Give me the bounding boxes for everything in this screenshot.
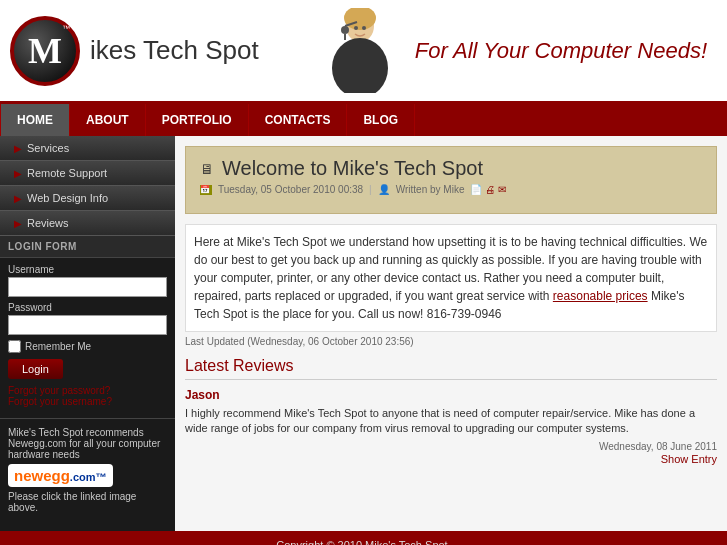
svg-point-3 bbox=[332, 38, 388, 93]
article-author: Written by Mike bbox=[396, 184, 465, 195]
sidebar-remote-label: Remote Support bbox=[27, 167, 107, 179]
site-footer: Copyright © 2010 Mike's Tech Spot. All R… bbox=[0, 531, 727, 545]
remember-me-label: Remember Me bbox=[25, 341, 91, 352]
sidebar-item-reviews[interactable]: ▶ Reviews bbox=[0, 211, 175, 236]
reviews-title: Latest Reviews bbox=[185, 357, 717, 380]
review-text: I highly recommend Mike's Tech Spot to a… bbox=[185, 406, 717, 437]
login-button[interactable]: Login bbox=[8, 359, 63, 379]
reviews-section: Latest Reviews Jason I highly recommend … bbox=[185, 357, 717, 466]
newegg-click-text: Please click the linked image above. bbox=[8, 491, 167, 513]
logo-area: M ™ ikes Tech Spot bbox=[10, 16, 259, 86]
username-input[interactable] bbox=[8, 277, 167, 297]
arrow-icon: ▶ bbox=[14, 218, 22, 229]
sidebar-item-services[interactable]: ▶ Services bbox=[0, 136, 175, 161]
navbar: HOME ABOUT PORTFOLIO CONTACTS BLOG bbox=[0, 104, 727, 136]
svg-point-7 bbox=[354, 26, 358, 30]
nav-portfolio[interactable]: PORTFOLIO bbox=[146, 104, 249, 136]
nav-home[interactable]: HOME bbox=[0, 104, 70, 136]
footer-copyright: Copyright © 2010 Mike's Tech Spot. bbox=[8, 539, 719, 545]
sidebar-services-label: Services bbox=[27, 142, 69, 154]
sidebar-item-web-design[interactable]: ▶ Web Design Info bbox=[0, 186, 175, 211]
sidebar-reviews-label: Reviews bbox=[27, 217, 69, 229]
sidebar: ▶ Services ▶ Remote Support ▶ Web Design… bbox=[0, 136, 175, 531]
sidebar-item-remote-support[interactable]: ▶ Remote Support bbox=[0, 161, 175, 186]
newegg-logo[interactable]: newegg.com™ bbox=[8, 464, 113, 487]
logo-circle: M ™ bbox=[10, 16, 80, 86]
last-updated: Last Updated (Wednesday, 06 October 2010… bbox=[185, 336, 717, 347]
site-title: ikes Tech Spot bbox=[90, 35, 259, 66]
site-header: M ™ ikes Tech Spot bbox=[0, 0, 727, 104]
header-person-image bbox=[305, 8, 395, 93]
username-label: Username bbox=[8, 264, 167, 275]
nav-blog[interactable]: BLOG bbox=[347, 104, 415, 136]
logo-tm: ™ bbox=[62, 24, 70, 33]
article-body: Here at Mike's Tech Spot we understand h… bbox=[185, 224, 717, 332]
content-area: 🖥 Welcome to Mike's Tech Spot 📅 Tuesday,… bbox=[175, 136, 727, 531]
header-tagline: For All Your Computer Needs! bbox=[415, 38, 707, 64]
password-input[interactable] bbox=[8, 315, 167, 335]
article-date: Tuesday, 05 October 2010 00:38 bbox=[218, 184, 363, 195]
welcome-title: 🖥 Welcome to Mike's Tech Spot bbox=[200, 157, 702, 180]
arrow-icon: ▶ bbox=[14, 143, 22, 154]
newegg-description: Mike's Tech Spot recommends Newegg.com f… bbox=[8, 427, 167, 460]
forgot-links: Forgot your password? Forgot your userna… bbox=[8, 385, 167, 407]
welcome-box: 🖥 Welcome to Mike's Tech Spot 📅 Tuesday,… bbox=[185, 146, 717, 214]
login-section-label: Login Form bbox=[0, 236, 175, 258]
remember-me-checkbox[interactable] bbox=[8, 340, 21, 353]
nav-about[interactable]: ABOUT bbox=[70, 104, 146, 136]
review-date: Wednesday, 08 June 2011 bbox=[185, 441, 717, 452]
forgot-password-link[interactable]: Forgot your password? bbox=[8, 385, 167, 396]
arrow-icon: ▶ bbox=[14, 193, 22, 204]
sidebar-webdesign-label: Web Design Info bbox=[27, 192, 108, 204]
arrow-icon: ▶ bbox=[14, 168, 22, 179]
main-layout: ▶ Services ▶ Remote Support ▶ Web Design… bbox=[0, 136, 727, 531]
article-meta: 📅 Tuesday, 05 October 2010 00:38 | 👤 Wri… bbox=[200, 184, 702, 195]
password-label: Password bbox=[8, 302, 167, 313]
newegg-section: Mike's Tech Spot recommends Newegg.com f… bbox=[0, 418, 175, 521]
logo-letter: M bbox=[28, 30, 62, 72]
reasonable-prices-link[interactable]: reasonable prices bbox=[553, 289, 648, 303]
show-entry-link[interactable]: Show Entry bbox=[661, 453, 717, 465]
nav-contacts[interactable]: CONTACTS bbox=[249, 104, 348, 136]
forgot-username-link[interactable]: Forgot your username? bbox=[8, 396, 167, 407]
svg-point-8 bbox=[362, 26, 366, 30]
login-form: Username Password Remember Me Login Forg… bbox=[0, 258, 175, 413]
review-author: Jason bbox=[185, 388, 717, 402]
svg-point-4 bbox=[341, 26, 349, 34]
